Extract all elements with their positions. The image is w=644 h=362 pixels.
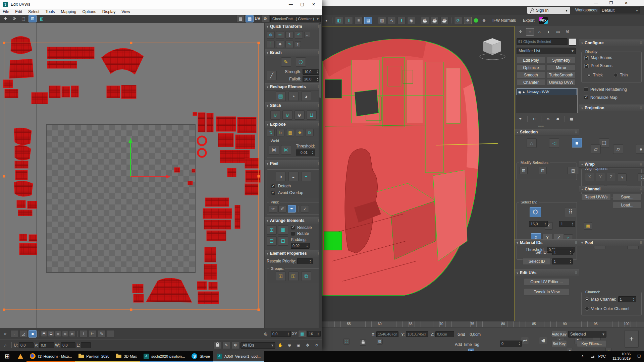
render-setup-icon[interactable]	[421, 17, 429, 24]
zoom-icon[interactable]	[285, 342, 293, 349]
pick-texture-icon[interactable]	[1, 342, 9, 349]
menu-select[interactable]: Select	[28, 9, 39, 14]
rollout-selection[interactable]: Selection	[515, 129, 579, 135]
activeshade-icon[interactable]	[454, 17, 462, 24]
panel-scrollbar[interactable]	[319, 23, 322, 328]
edge-mode-icon[interactable]	[19, 330, 28, 338]
planar-map-icon[interactable]	[591, 144, 601, 154]
pan-icon[interactable]	[276, 342, 284, 349]
modifier-button-smooth[interactable]: Smooth	[517, 72, 545, 78]
pack-normalize-icon[interactable]	[267, 225, 277, 235]
grow-selection-icon[interactable]	[520, 167, 528, 174]
auto-pin-icon[interactable]	[288, 205, 296, 213]
show-map-checker-icon[interactable]	[246, 15, 254, 22]
prevent-reflattening-checkbox[interactable]	[584, 87, 588, 92]
axis-space-label[interactable]: XY	[292, 331, 297, 336]
scale-icon[interactable]	[19, 15, 28, 22]
modifier-list-dropdown[interactable]: Modifier List	[517, 48, 576, 54]
toolbar-overflow-icon[interactable]	[323, 17, 329, 23]
main-titlebar[interactable]	[322, 0, 644, 6]
weld-selected-icon[interactable]	[269, 145, 279, 155]
cylindrical-map-icon[interactable]	[613, 144, 623, 154]
straighten-icon[interactable]	[276, 92, 286, 101]
minimize-button[interactable]	[285, 1, 297, 8]
group-unlock-icon[interactable]	[288, 272, 299, 281]
rollout-stitch[interactable]: Stitch	[265, 102, 322, 109]
smoothing-group-field[interactable]: 1	[559, 221, 575, 227]
all-ids-dropdown[interactable]: All IDs	[240, 342, 275, 349]
flatten-by-smoothing-icon[interactable]	[276, 129, 284, 136]
align-to-normal-icon[interactable]	[618, 173, 627, 181]
hierarchy-tab-icon[interactable]	[535, 28, 543, 36]
v-field[interactable]: 0,0	[39, 342, 54, 348]
rollout-material-ids[interactable]: Material IDs	[515, 239, 579, 246]
vertex-color-radio[interactable]	[585, 307, 589, 311]
edit-seams-icon[interactable]	[98, 330, 106, 338]
space-horizontal-icon[interactable]	[304, 32, 310, 38]
taskbar-app-skype[interactable]: SSkype	[188, 351, 213, 362]
stitch-custom-icon[interactable]	[270, 110, 280, 120]
curve-editor-icon[interactable]	[388, 17, 396, 24]
uv-options-icon[interactable]	[261, 15, 269, 22]
object-color-swatch[interactable]	[569, 38, 576, 46]
falloff-curve-icon[interactable]	[267, 71, 277, 80]
panel-resize-grip[interactable]: ⠿⠿⠿	[538, 125, 544, 128]
show-pins-icon[interactable]	[301, 205, 309, 213]
taskbar-app-3dmax-folder[interactable]: 3D-Max	[113, 351, 140, 362]
rollout-peel-right[interactable]: Peel	[579, 239, 644, 246]
align-x-button[interactable]: X	[585, 173, 594, 181]
u-field[interactable]: 0,0	[19, 342, 34, 348]
group-lock-icon[interactable]	[276, 272, 286, 281]
modify-tab-icon[interactable]	[526, 28, 534, 36]
avoid-overlap-checkbox[interactable]	[271, 191, 275, 195]
point-to-point-icon[interactable]	[107, 330, 115, 338]
auto-key-button[interactable]: Auto Key	[551, 331, 567, 338]
workspace-dropdown[interactable]: Default	[600, 7, 640, 13]
rotate-cw-icon[interactable]	[285, 41, 293, 48]
x-coord-field[interactable]: 1546,467cm	[376, 331, 398, 337]
remove-modifier-icon[interactable]	[554, 115, 562, 123]
lock-selection-icon[interactable]	[213, 342, 221, 349]
cursor-icon[interactable]	[1, 330, 9, 338]
edge-selection-icon[interactable]	[549, 138, 559, 148]
save-button[interactable]: Save...	[613, 194, 642, 200]
key-filters-button[interactable]: Key Filters...	[577, 340, 606, 347]
selection-lock-brackets-icon[interactable]	[343, 339, 350, 345]
make-unique-icon[interactable]	[544, 115, 552, 123]
rollout-brush[interactable]: Brush	[265, 49, 322, 56]
map-seams-checkbox[interactable]	[584, 56, 589, 60]
pin-stack-icon[interactable]	[517, 115, 525, 123]
align-pivot-icon[interactable]	[276, 41, 284, 48]
taskbar-app-a350-active[interactable]: 3A350_Version1_upd...	[213, 351, 264, 362]
maximize-button[interactable]	[297, 1, 308, 8]
main-restore-button[interactable]	[605, 0, 617, 7]
rotate-checkbox[interactable]	[291, 232, 295, 236]
y-coord-field[interactable]: 1013,745cm	[406, 331, 428, 337]
rotate-ccw-icon[interactable]	[295, 31, 303, 39]
set-key-button[interactable]: Set Key	[551, 340, 567, 347]
tweak-in-view-button[interactable]: Tweak In View	[524, 288, 570, 296]
rollout-channel[interactable]: Channel	[579, 186, 644, 192]
align-left-icon[interactable]	[267, 41, 275, 48]
modifier-button-mirror[interactable]: Mirror	[547, 64, 576, 71]
rescale-checkbox[interactable]	[291, 226, 295, 230]
taskbar-app-sochi[interactable]: 3sochi2020-pavilion...	[140, 351, 188, 362]
select-by-pelt-icon[interactable]	[565, 207, 576, 217]
vertex-mode-icon[interactable]	[10, 330, 18, 338]
material-editor-icon[interactable]	[407, 17, 415, 24]
break-icon[interactable]	[306, 129, 314, 136]
rollout-edit-uvs[interactable]: Edit UVs	[515, 269, 579, 276]
stitch-source-icon[interactable]	[294, 110, 305, 120]
rollout-peel[interactable]: Peel	[265, 160, 322, 167]
weld-all-icon[interactable]	[281, 145, 291, 155]
pin-icon[interactable]	[269, 205, 277, 213]
time-configuration-icon[interactable]	[605, 348, 611, 351]
modifier-stack[interactable]: Unwrap UVW	[516, 88, 578, 113]
zoom-extents-icon[interactable]	[304, 342, 312, 349]
spherical-map-icon[interactable]	[636, 144, 644, 154]
manage-layers-icon[interactable]	[355, 17, 363, 24]
network-tray-icon[interactable]	[587, 351, 595, 362]
timeline-ruler[interactable]: 50 55 60 65 70 75 80 85 90 95 100	[322, 321, 644, 327]
freeze-icon[interactable]	[231, 342, 239, 349]
configure-modifier-sets-icon[interactable]	[568, 115, 576, 123]
